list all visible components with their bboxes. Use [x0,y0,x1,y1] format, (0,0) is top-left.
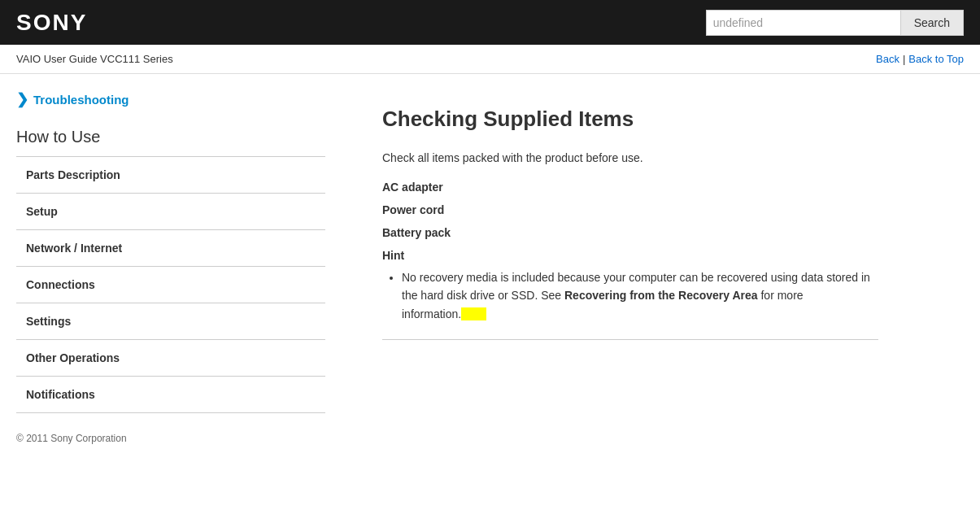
main-container: ❯ Troubleshooting How to Use Parts Descr… [0,74,980,523]
page-header: SONY Search [0,0,980,45]
list-item: Other Operations [16,339,325,376]
hint-link-text[interactable]: Recovering from the Recovery Area [564,289,758,302]
sidebar-item-notifications[interactable]: Notifications [16,377,325,412]
search-area: Search [706,10,964,36]
highlight-text [461,307,486,320]
nav-separator: | [903,53,905,65]
main-content: Checking Supplied Items Check all items … [342,74,911,523]
sony-logo: SONY [16,10,87,36]
back-to-top-link[interactable]: Back to Top [908,53,964,65]
sidebar-item-connections[interactable]: Connections [16,267,325,303]
sidebar-item-settings[interactable]: Settings [16,303,325,339]
list-item: Parts Description [16,156,325,193]
list-item: Settings [16,303,325,339]
sidebar: ❯ Troubleshooting How to Use Parts Descr… [0,74,342,523]
nav-links: Back | Back to Top [876,53,964,65]
back-link[interactable]: Back [876,53,899,65]
troubleshooting-link[interactable]: ❯ Troubleshooting [16,90,325,108]
intro-text: Check all items packed with the product … [382,151,878,164]
breadcrumb: VAIO User Guide VCC111 Series [16,53,173,65]
sidebar-item-other-operations[interactable]: Other Operations [16,340,325,376]
hint-section: Hint No recovery media is included becau… [382,249,878,323]
list-item: Connections [16,266,325,303]
list-item: Notifications [16,376,325,413]
nav-bar: VAIO User Guide VCC111 Series Back | Bac… [0,45,980,74]
hint-list-item: No recovery media is included because yo… [402,268,878,323]
copyright-text: © 2011 Sony Corporation [16,433,325,444]
sidebar-item-setup[interactable]: Setup [16,194,325,229]
hint-list: No recovery media is included because yo… [382,268,878,323]
sidebar-item-parts-description[interactable]: Parts Description [16,157,325,193]
hint-title: Hint [382,249,878,262]
chevron-right-icon: ❯ [16,90,28,108]
power-cord-label: Power cord [382,203,878,216]
content-divider [382,339,878,340]
ac-adapter-label: AC adapter [382,181,878,194]
how-to-use-title: How to Use [16,128,325,146]
battery-pack-label: Battery pack [382,226,878,239]
list-item: Network / Internet [16,229,325,266]
list-item: Setup [16,193,325,229]
search-input[interactable] [706,10,901,36]
troubleshooting-label: Troubleshooting [33,93,129,107]
sidebar-item-network-internet[interactable]: Network / Internet [16,230,325,266]
sidebar-nav: Parts Description Setup Network / Intern… [16,156,325,413]
page-title: Checking Supplied Items [382,107,878,132]
search-button[interactable]: Search [901,10,964,36]
